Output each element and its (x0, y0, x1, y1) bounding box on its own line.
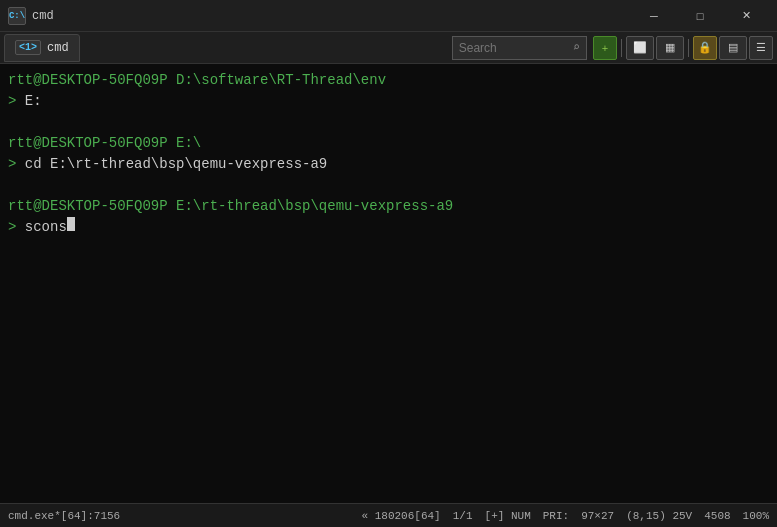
prompt-5: > (8, 154, 25, 175)
terminal-area[interactable]: rtt@DESKTOP-50FQ09P D:\software\RT-Threa… (0, 64, 777, 503)
prompt-2: > (8, 91, 25, 112)
status-zoom: 100% (743, 510, 769, 522)
search-icon: ⌕ (573, 40, 580, 55)
grid-button[interactable]: ▦ (656, 36, 684, 60)
status-fraction: 1/1 (453, 510, 473, 522)
terminal-line-1: rtt@DESKTOP-50FQ09P D:\software\RT-Threa… (8, 70, 769, 91)
terminal-line-8: > scons (8, 217, 769, 238)
status-flags: [+] NUM (485, 510, 531, 522)
toolbar-separator-2 (688, 39, 689, 57)
status-right: « 180206[64] 1/1 [+] NUM PRI: 97×27 (8,1… (362, 510, 770, 522)
status-bar: cmd.exe*[64]:7156 « 180206[64] 1/1 [+] N… (0, 503, 777, 527)
terminal-line-5: > cd E:\rt-thread\bsp\qemu-vexpress-a9 (8, 154, 769, 175)
layout-button[interactable]: ▤ (719, 36, 747, 60)
window-controls: ─ □ ✕ (631, 0, 769, 32)
prompt-7: rtt@DESKTOP-50FQ09P E:\rt-thread\bsp\qem… (8, 196, 453, 217)
minimize-button[interactable]: ─ (631, 0, 677, 32)
cmd-8: scons (25, 217, 67, 238)
window-title: cmd (32, 9, 631, 23)
tab-cmd[interactable]: <1> cmd (4, 34, 80, 62)
tab-label: cmd (47, 41, 69, 55)
split-pane-button[interactable]: ⬜ (626, 36, 654, 60)
terminal-line-6 (8, 175, 769, 196)
status-size: 4508 (704, 510, 730, 522)
terminal-line-7: rtt@DESKTOP-50FQ09P E:\rt-thread\bsp\qem… (8, 196, 769, 217)
status-process: cmd.exe*[64]:7156 (8, 510, 350, 522)
cmd-5: cd E:\rt-thread\bsp\qemu-vexpress-a9 (25, 154, 327, 175)
toolbar-separator (621, 39, 622, 57)
maximize-button[interactable]: □ (677, 0, 723, 32)
status-pri: PRI: (543, 510, 569, 522)
tab-bar: <1> cmd ⌕ + ⬜ ▦ 🔒 ▤ ☰ (0, 32, 777, 64)
title-bar: C:\ cmd ─ □ ✕ (0, 0, 777, 32)
terminal-line-3 (8, 112, 769, 133)
close-button[interactable]: ✕ (723, 0, 769, 32)
app-icon: C:\ (8, 7, 26, 25)
prompt-8: > (8, 217, 25, 238)
search-input[interactable] (459, 41, 569, 55)
menu-button[interactable]: ☰ (749, 36, 773, 60)
prompt-1: rtt@DESKTOP-50FQ09P D:\software\RT-Threa… (8, 70, 386, 91)
add-button[interactable]: + (593, 36, 617, 60)
prompt-4: rtt@DESKTOP-50FQ09P E:\ (8, 133, 201, 154)
cmd-2: E: (25, 91, 42, 112)
status-dims: 97×27 (581, 510, 614, 522)
toolbar-buttons: + ⬜ ▦ 🔒 ▤ ☰ (593, 36, 773, 60)
status-position: « 180206[64] (362, 510, 441, 522)
terminal-line-2: > E: (8, 91, 769, 112)
tab-session-icon: <1> (15, 40, 41, 55)
lock-button[interactable]: 🔒 (693, 36, 717, 60)
terminal-line-4: rtt@DESKTOP-50FQ09P E:\ (8, 133, 769, 154)
status-coords: (8,15) 25V (626, 510, 692, 522)
cursor (67, 217, 75, 231)
search-box[interactable]: ⌕ (452, 36, 587, 60)
